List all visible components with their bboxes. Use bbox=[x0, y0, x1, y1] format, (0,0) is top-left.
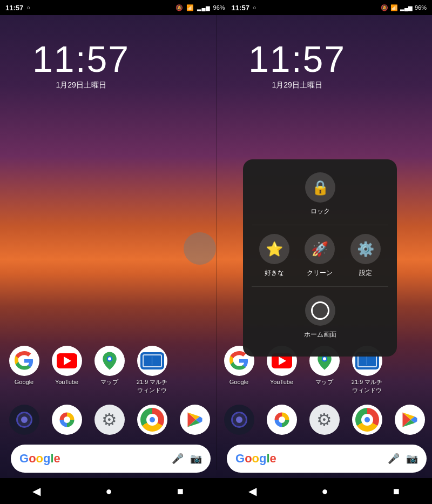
clock-date-right: 1月29日土曜日 bbox=[272, 80, 322, 90]
context-item-home[interactable]: ホーム画面 bbox=[298, 291, 343, 344]
screen-divider bbox=[216, 15, 217, 470]
time-left: 11:57 bbox=[5, 4, 23, 12]
chrome-center-right bbox=[364, 417, 370, 422]
search-bar-right[interactable]: Google 🎤 📷 bbox=[227, 445, 427, 473]
camera-lens-inner-right bbox=[236, 416, 242, 423]
app-multiwindow-left[interactable]: 21:9 マルチウィンドウ bbox=[131, 344, 173, 396]
youtube-label-left: YouTube bbox=[55, 378, 78, 386]
lens-icon-right[interactable]: 📷 bbox=[406, 453, 418, 465]
camera-dark-left bbox=[9, 405, 39, 435]
chrome-outer-right bbox=[355, 408, 379, 432]
multi-inner-right bbox=[357, 354, 377, 367]
app-settings-left[interactable]: ⚙ bbox=[88, 402, 131, 439]
app-camera-right[interactable] bbox=[218, 402, 260, 439]
context-item-lock[interactable]: 🔒 ロック bbox=[299, 168, 342, 220]
app-playstore-right[interactable] bbox=[388, 402, 431, 439]
app-camera-left[interactable] bbox=[3, 402, 45, 439]
home-button-nav-left[interactable]: ● bbox=[94, 481, 123, 502]
context-item-favorite[interactable]: ⭐ 好きな bbox=[253, 230, 296, 282]
search-bar-left[interactable]: Google 🎤 📷 bbox=[11, 445, 211, 473]
recent-button-right[interactable]: ■ bbox=[382, 481, 410, 502]
multiwindow-icon-left bbox=[137, 346, 167, 376]
battery-right: 96% bbox=[415, 4, 427, 11]
back-button-left[interactable]: ◀ bbox=[22, 480, 51, 502]
multiwindow-label-left: 21:9 マルチウィンドウ bbox=[137, 378, 167, 394]
nav-bar: ◀ ● ■ ◀ ● ■ bbox=[0, 478, 432, 504]
context-divider-2 bbox=[252, 286, 388, 287]
context-row-lock: 🔒 ロック bbox=[252, 168, 388, 220]
google-label-right: Google bbox=[230, 378, 248, 386]
svg-point-3 bbox=[323, 358, 326, 361]
home-button-nav-right[interactable]: ● bbox=[310, 481, 339, 502]
camera-lens-right bbox=[231, 412, 247, 428]
photos-icon-left bbox=[52, 405, 82, 435]
playstore-icon-right bbox=[395, 405, 425, 435]
settings-circle-left: ⚙ bbox=[94, 405, 125, 435]
chrome-center-left bbox=[150, 417, 155, 422]
nav-half-right: ◀ ● ■ bbox=[216, 478, 432, 504]
app-maps-left[interactable]: マップ bbox=[88, 344, 131, 396]
home-circle-icon bbox=[305, 295, 335, 326]
context-item-clean[interactable]: 🚀 クリーン bbox=[298, 230, 341, 282]
gear-icon-circle: ⚙️ bbox=[350, 234, 381, 264]
alarm-icon: ○ bbox=[26, 4, 30, 11]
chrome-inner-left bbox=[146, 414, 158, 426]
nav-half-left: ◀ ● ■ bbox=[0, 478, 216, 504]
chrome-inner-right bbox=[361, 414, 373, 426]
lens-icon-left[interactable]: 📷 bbox=[190, 453, 202, 465]
yt-play-left bbox=[57, 353, 77, 368]
context-row-home: ホーム画面 bbox=[252, 291, 388, 344]
app-photos-left[interactable] bbox=[45, 402, 88, 439]
clean-label: クリーン bbox=[307, 268, 333, 278]
lock-icon: 🔒 bbox=[312, 179, 329, 196]
app-playstore-left[interactable] bbox=[173, 402, 216, 439]
star-icon-circle: ⭐ bbox=[259, 234, 289, 264]
chrome-icon-left bbox=[137, 405, 167, 435]
rocket-icon: 🚀 bbox=[311, 241, 328, 258]
svg-point-5 bbox=[279, 416, 285, 423]
back-button-right[interactable]: ◀ bbox=[238, 480, 267, 502]
dock-left: ⚙ bbox=[3, 402, 216, 439]
home-button-left[interactable] bbox=[184, 232, 216, 265]
yt-triangle-left bbox=[64, 357, 71, 365]
time-center: 11:57 bbox=[232, 4, 249, 12]
multiwindow-label-right: 21:9 マルチウィンドウ bbox=[352, 378, 382, 394]
mic-icon-left[interactable]: 🎤 bbox=[172, 453, 184, 465]
settings-label: 設定 bbox=[359, 268, 372, 278]
dock-right: ⚙ bbox=[218, 402, 431, 439]
chrome-outer-left bbox=[140, 408, 164, 432]
mic-icon-right[interactable]: 🎤 bbox=[388, 453, 400, 465]
lock-icon-circle: 🔒 bbox=[305, 172, 335, 203]
wifi-icon-right: 📶 bbox=[390, 4, 398, 11]
google-g-right: Google bbox=[235, 452, 276, 466]
app-google-left[interactable]: Google bbox=[3, 344, 45, 396]
context-divider-1 bbox=[252, 225, 388, 225]
app-row-left: Google YouTube マップ 21:9 bbox=[3, 344, 216, 396]
camera-dark-right bbox=[224, 405, 254, 435]
app-chrome-right[interactable] bbox=[346, 402, 388, 439]
clock-time-left: 11:57 bbox=[32, 41, 130, 77]
settings-gear-right: ⚙ bbox=[316, 409, 332, 430]
recent-button-left[interactable]: ■ bbox=[166, 481, 194, 502]
app-photos-right[interactable] bbox=[260, 402, 303, 439]
app-settings-right[interactable]: ⚙ bbox=[303, 402, 346, 439]
app-chrome-left[interactable] bbox=[131, 402, 173, 439]
signal-icon: ▂▄▆ bbox=[197, 5, 210, 11]
star-icon: ⭐ bbox=[266, 241, 283, 258]
home-label: ホーム画面 bbox=[304, 330, 336, 339]
chrome-icon-right bbox=[352, 405, 382, 435]
google-icon-left bbox=[9, 346, 39, 376]
context-item-settings[interactable]: ⚙️ 設定 bbox=[344, 230, 387, 282]
multi-icon-left bbox=[140, 352, 164, 369]
maps-label-right: マップ bbox=[315, 378, 333, 386]
settings-circle-right: ⚙ bbox=[309, 405, 340, 435]
clock-right: 11:57 1月29日土曜日 bbox=[248, 41, 346, 90]
svg-point-1 bbox=[108, 358, 111, 361]
wifi-icon: 📶 bbox=[186, 4, 194, 11]
alarm-icon-2: ○ bbox=[253, 4, 256, 11]
photos-icon-right bbox=[267, 405, 297, 435]
youtube-icon-left bbox=[52, 346, 82, 376]
settings-gear-left: ⚙ bbox=[102, 409, 117, 430]
app-youtube-left[interactable]: YouTube bbox=[45, 344, 88, 396]
multi-line-left bbox=[152, 357, 152, 365]
